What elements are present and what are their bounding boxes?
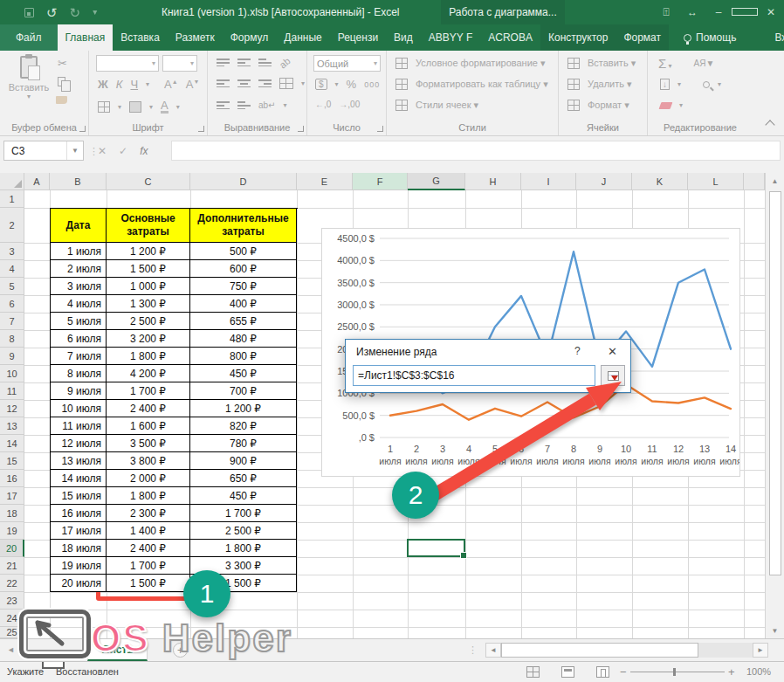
cell-extra-cost[interactable]: 900 ₽ <box>190 452 297 470</box>
cell-main-cost[interactable]: 3 500 ₽ <box>107 435 190 452</box>
paste-button[interactable]: Вставить▾ <box>6 54 52 117</box>
table-header-1[interactable]: Основные затраты <box>107 209 190 243</box>
fill-icon[interactable]: ↓ <box>660 79 670 90</box>
grow-font-button[interactable]: А▲ <box>164 78 178 91</box>
align-bottom-icon[interactable] <box>258 57 272 69</box>
underline-button[interactable]: Ч <box>130 78 138 91</box>
alignment-dialog-launcher[interactable] <box>298 126 304 132</box>
close-icon[interactable]: ✕ <box>758 6 784 18</box>
column-header-I[interactable]: I <box>521 173 576 190</box>
table-header-0[interactable]: Дата <box>51 209 107 243</box>
cell-extra-cost[interactable]: 1 700 ₽ <box>190 505 297 522</box>
cell-extra-cost[interactable]: 650 ₽ <box>190 470 297 487</box>
cell-main-cost[interactable]: 1 700 ₽ <box>107 557 190 575</box>
cell-date[interactable]: 13 июля <box>51 452 107 470</box>
autosum-button[interactable]: Σ ▾ <box>658 56 672 71</box>
merge-center-icon[interactable] <box>279 78 293 89</box>
resize-icon[interactable]: ↔ <box>679 6 705 18</box>
horizontal-scroll-thumb[interactable] <box>501 643 698 658</box>
cell-extra-cost[interactable]: 400 ₽ <box>190 295 297 313</box>
row-header-1[interactable]: 1 <box>0 190 24 208</box>
cell-main-cost[interactable]: 2 400 ₽ <box>107 540 190 557</box>
row-header-3[interactable]: 3 <box>0 243 24 260</box>
cell-extra-cost[interactable]: 700 ₽ <box>190 382 297 400</box>
fill-color-icon[interactable] <box>129 101 141 113</box>
accounting-format-icon[interactable]: $ <box>315 79 327 90</box>
cell-date[interactable]: 10 июля <box>51 400 107 417</box>
column-header-K[interactable]: K <box>632 173 688 190</box>
cell-extra-cost[interactable]: 500 ₽ <box>190 243 297 260</box>
cell-date[interactable]: 3 июля <box>51 278 107 295</box>
cell-date[interactable]: 15 июля <box>51 487 107 505</box>
column-header-C[interactable]: C <box>107 173 190 190</box>
increase-indent-icon[interactable] <box>237 100 251 112</box>
cell-date[interactable]: 2 июля <box>51 260 107 278</box>
row-header-23[interactable]: 23 <box>0 592 24 610</box>
scroll-down-icon[interactable]: ▼ <box>772 623 779 638</box>
bold-button[interactable]: Ж <box>98 78 108 91</box>
delete-cells-button[interactable]: Удалить ▾ <box>588 79 632 90</box>
align-left-icon[interactable] <box>217 78 230 90</box>
row-header-19[interactable]: 19 <box>0 522 24 540</box>
row-header-20[interactable]: 20 <box>0 540 24 557</box>
cell-date[interactable]: 1 июля <box>51 243 107 260</box>
cell-date[interactable]: 19 июля <box>51 557 107 575</box>
column-header-L[interactable]: L <box>688 173 744 190</box>
cell-extra-cost[interactable]: 600 ₽ <box>190 260 297 278</box>
dialog-help-icon[interactable]: ? <box>574 345 581 357</box>
vertical-scrollbar[interactable]: ▲ ▼ <box>765 173 784 638</box>
cancel-icon[interactable]: ✕ <box>98 145 107 157</box>
cell-date[interactable]: 4 июля <box>51 295 107 313</box>
cell-extra-cost[interactable]: 800 ₽ <box>190 348 297 365</box>
format-as-table-button[interactable]: Форматировать как таблицу ▾ <box>416 79 548 90</box>
cell-extra-cost[interactable]: 480 ₽ <box>190 330 297 348</box>
tab-help[interactable]: Помощь <box>676 24 744 51</box>
undo-icon[interactable]: ↺ <box>46 6 58 19</box>
column-header-B[interactable]: B <box>50 173 107 190</box>
clipboard-dialog-launcher[interactable] <box>79 126 86 132</box>
cell-main-cost[interactable]: 2 500 ₽ <box>107 313 190 330</box>
row-header-17[interactable]: 17 <box>0 487 24 505</box>
tab-layout[interactable]: Разметк <box>168 24 223 51</box>
scroll-up-icon[interactable]: ▲ <box>772 173 779 189</box>
cell-main-cost[interactable]: 3 800 ₽ <box>107 452 190 470</box>
cell-date[interactable]: 6 июля <box>51 330 107 348</box>
borders-icon[interactable] <box>98 101 110 113</box>
italic-button[interactable]: К <box>116 78 123 91</box>
cell-main-cost[interactable]: 2 300 ₽ <box>107 505 190 522</box>
cell-extra-cost[interactable]: 450 ₽ <box>190 487 297 505</box>
zoom-out-icon[interactable]: − <box>620 665 627 679</box>
cell-main-cost[interactable]: 1 500 ₽ <box>107 575 190 592</box>
tab-home[interactable]: Главная <box>58 24 113 51</box>
cell-main-cost[interactable]: 2 000 ₽ <box>107 470 190 487</box>
dialog-close-icon[interactable]: ✕ <box>608 345 617 358</box>
save-icon[interactable] <box>24 8 34 17</box>
row-header-10[interactable]: 10 <box>0 365 24 382</box>
name-box[interactable]: C3▼ <box>3 141 84 161</box>
cell-extra-cost[interactable]: 655 ₽ <box>190 313 297 330</box>
find-select-icon[interactable] <box>703 81 710 88</box>
tab-acrobat[interactable]: ACROBA <box>480 24 540 51</box>
format-painter-icon[interactable] <box>56 96 67 104</box>
cell-date[interactable]: 9 июля <box>51 382 107 400</box>
tab-chart-format[interactable]: Формат <box>616 24 669 51</box>
enter-icon[interactable]: ✓ <box>119 145 127 157</box>
cell-extra-cost[interactable]: 2 500 ₽ <box>190 522 297 540</box>
cell-main-cost[interactable]: 4 200 ₽ <box>107 365 190 382</box>
row-header-16[interactable]: 16 <box>0 470 24 487</box>
tab-file[interactable]: Файл <box>0 24 58 51</box>
tab-formulas[interactable]: Формул <box>223 24 277 51</box>
tab-view[interactable]: Вид <box>386 24 421 51</box>
cell-extra-cost[interactable]: 1 800 ₽ <box>190 540 297 557</box>
zoom-slider[interactable] <box>630 672 725 672</box>
comma-style-icon[interactable]: 000 <box>364 80 380 89</box>
row-header-18[interactable]: 18 <box>0 505 24 522</box>
cell-date[interactable]: 7 июля <box>51 348 107 365</box>
column-header-E[interactable]: E <box>297 173 353 190</box>
tab-review[interactable]: Рецензи <box>330 24 386 51</box>
cell-date[interactable]: 5 июля <box>51 313 107 330</box>
cell-extra-cost[interactable]: 820 ₽ <box>190 417 297 435</box>
row-header-7[interactable]: 7 <box>0 313 24 330</box>
align-right-icon[interactable] <box>258 78 272 90</box>
copy-icon[interactable] <box>58 77 65 86</box>
